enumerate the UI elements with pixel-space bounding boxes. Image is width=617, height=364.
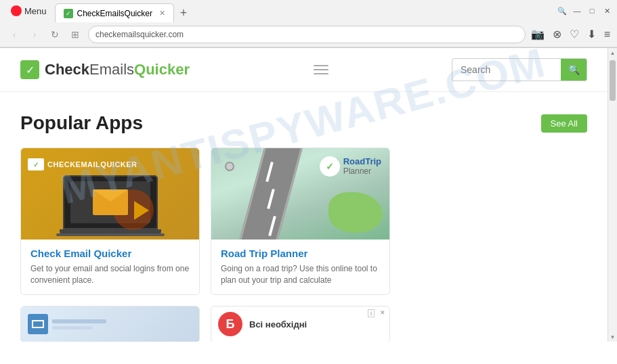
logo-check: Check: [45, 61, 89, 78]
app-card-body-check-email: Check Email Quicker Get to your email an…: [21, 240, 199, 294]
main-content: Popular Apps See All ✓ CheckEmailQuicker: [0, 92, 608, 342]
section-title: Popular Apps: [20, 112, 143, 134]
logo[interactable]: ✓ CheckEmailsQuicker: [20, 60, 190, 79]
scrollbar-track: [608, 58, 617, 332]
scrollbar-down-arrow[interactable]: ▼: [608, 332, 617, 342]
logo-quicker: Quicker: [134, 61, 190, 78]
heart-icon[interactable]: ♡: [570, 28, 579, 41]
tab-label: CheckEmailsQuicker: [77, 9, 152, 18]
search-form: 🔍: [452, 58, 587, 81]
page-content: ✓ CheckEmailsQuicker 🔍 Popular: [0, 48, 608, 342]
see-all-button[interactable]: See All: [541, 114, 587, 133]
address-text: checkemailsquicker.com: [95, 30, 184, 39]
hamburger-menu[interactable]: [308, 60, 334, 80]
rt-checkmark-icon: ✓: [326, 161, 334, 172]
app-card-image-road-trip: ✓ RoadTrip Planner: [211, 148, 389, 240]
app-card-body-road-trip: Road Trip Planner Going on a road trip? …: [211, 240, 389, 294]
app-card-desc-check-email: Get to your email and social logins from…: [30, 263, 190, 286]
ad-close-button[interactable]: ✕: [380, 309, 385, 316]
logo-text: CheckEmailsQuicker: [45, 61, 190, 78]
search-button[interactable]: 🔍: [561, 58, 587, 81]
section-header: Popular Apps See All: [20, 112, 587, 134]
menu-label: Menu: [24, 6, 47, 16]
app-card-title-check-email[interactable]: Check Email Quicker: [30, 248, 190, 259]
opera-icon: [11, 5, 22, 16]
hamburger-line-1: [314, 65, 328, 66]
address-bar-input[interactable]: checkemailsquicker.com: [88, 26, 526, 43]
grid-button[interactable]: ⊞: [68, 27, 83, 42]
app-card-title-road-trip[interactable]: Road Trip Planner: [221, 248, 380, 259]
back-button[interactable]: ‹: [7, 27, 22, 42]
app-card-road-trip[interactable]: ✓ RoadTrip Planner Road Trip Planner Goi…: [211, 147, 390, 295]
scrollbar-up-arrow[interactable]: ▲: [608, 48, 617, 58]
rt-logo-text-road: RoadTrip: [343, 157, 381, 166]
browser-menu-icon[interactable]: ≡: [604, 28, 610, 41]
logo-emails: Emails: [89, 61, 134, 78]
scrollbar-thumb[interactable]: [610, 60, 616, 101]
hamburger-line-3: [314, 73, 328, 74]
logo-icon: ✓: [20, 60, 39, 79]
ce-logo-area: ✓ CheckEmailQuicker: [28, 158, 137, 170]
ce-logo-icon: ✓: [28, 158, 44, 170]
opera-menu[interactable]: Menu: [5, 5, 52, 16]
hamburger-line-2: [314, 69, 328, 70]
tab-favicon: ✓: [64, 9, 73, 18]
search-window-button[interactable]: 🔍: [557, 6, 567, 16]
ad-content: Б Всі необхідні: [211, 306, 314, 342]
apps-grid: ✓ CheckEmailQuicker: [20, 147, 587, 295]
refresh-button[interactable]: ↻: [47, 27, 62, 42]
camera-icon[interactable]: 📷: [531, 28, 545, 41]
tab-close-button[interactable]: ✕: [159, 9, 165, 18]
site-header: ✓ CheckEmailsQuicker 🔍: [0, 48, 608, 92]
search-icon: 🔍: [568, 64, 580, 75]
rt-logo: ✓ RoadTrip Planner: [320, 156, 381, 177]
forward-button[interactable]: ›: [27, 27, 42, 42]
ad-logo-icon: Б: [218, 312, 242, 336]
shield-icon[interactable]: ⊗: [553, 28, 561, 41]
search-input[interactable]: [452, 64, 561, 75]
tab-active[interactable]: ✓ CheckEmailsQuicker ✕: [55, 3, 174, 22]
ad-text: Всі необхідні: [249, 319, 307, 329]
app-card-image-check-email: ✓ CheckEmailQuicker: [21, 148, 199, 240]
ad-info-label: i: [368, 309, 375, 317]
new-tab-button[interactable]: +: [174, 3, 193, 22]
close-button[interactable]: ✕: [602, 6, 612, 16]
minimize-button[interactable]: —: [572, 6, 582, 16]
download-icon[interactable]: ⬇: [587, 28, 596, 41]
app-card-check-email[interactable]: ✓ CheckEmailQuicker: [20, 147, 200, 295]
partial-card-ad: i ✕ Б Всі необхідні: [211, 306, 390, 342]
scrollbar[interactable]: ▲ ▼: [608, 48, 617, 342]
rt-logo-text-planner: Planner: [343, 167, 381, 176]
app-card-desc-road-trip: Going on a road trip? Use this online to…: [221, 263, 380, 286]
rt-logo-icon: ✓: [320, 156, 340, 177]
maximize-button[interactable]: □: [587, 6, 597, 16]
partial-card-1: [20, 306, 200, 342]
bottom-cards-row: i ✕ Б Всі необхідні: [20, 306, 587, 342]
ce-logo-label: CheckEmailQuicker: [47, 160, 137, 168]
logo-checkmark-icon: ✓: [26, 64, 35, 76]
